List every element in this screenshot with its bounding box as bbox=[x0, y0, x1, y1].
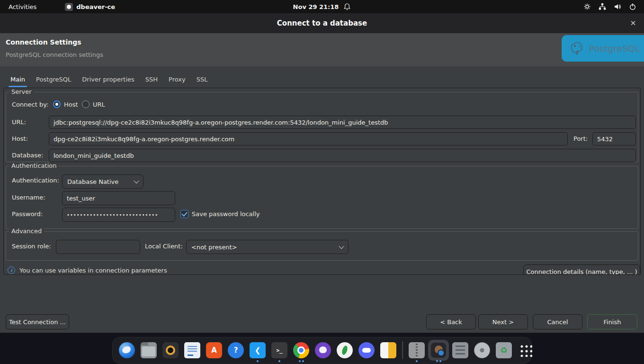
port-label: Port: bbox=[573, 135, 588, 142]
archive-manager-icon[interactable] bbox=[409, 342, 425, 358]
terminal-icon[interactable]: >_ bbox=[271, 342, 287, 358]
finish-button[interactable]: Finish bbox=[587, 314, 637, 329]
chevron-down-icon bbox=[339, 244, 344, 249]
focused-app-menu[interactable]: dbeaver-ce bbox=[65, 3, 115, 11]
url-radio-label[interactable]: URL bbox=[93, 101, 105, 108]
trash-icon[interactable]: ♻ bbox=[496, 342, 512, 358]
vscode-icon[interactable]: ❮ bbox=[250, 342, 266, 358]
gnome-top-bar: Activities dbeaver-ce Nov 29 21:18 bbox=[0, 0, 644, 13]
chevron-down-icon bbox=[134, 178, 139, 183]
postgresql-logo: PostgreSQL bbox=[562, 35, 644, 62]
local-client-select-value: <not present> bbox=[191, 244, 237, 251]
url-label: URL: bbox=[12, 118, 26, 126]
url-input[interactable] bbox=[49, 116, 636, 129]
dock-separator bbox=[402, 341, 403, 359]
postgresql-elephant-icon bbox=[569, 40, 585, 56]
tab-proxy[interactable]: Proxy bbox=[168, 75, 187, 84]
host-radio-label[interactable]: Host bbox=[64, 101, 78, 108]
chrome-icon[interactable] bbox=[293, 342, 309, 358]
save-password-label[interactable]: Save password locally bbox=[192, 210, 260, 218]
connection-details-button[interactable]: Connection details (name, type, ... ) bbox=[523, 264, 640, 275]
host-input[interactable] bbox=[49, 132, 568, 146]
thunderbird-icon[interactable] bbox=[119, 342, 135, 358]
github-desktop-icon[interactable] bbox=[315, 342, 331, 358]
color-profile-icon[interactable] bbox=[583, 3, 591, 10]
advanced-group-legend: Advanced bbox=[9, 228, 44, 235]
connect-dialog: Connection Settings PostgreSQL connectio… bbox=[0, 33, 644, 333]
ubuntu-software-icon[interactable]: A bbox=[206, 342, 222, 358]
volume-icon[interactable] bbox=[614, 3, 621, 10]
page-title: Connection Settings bbox=[6, 38, 81, 46]
info-icon: i bbox=[8, 266, 15, 274]
info-text: You can use variables in connection para… bbox=[19, 267, 167, 274]
files-icon[interactable] bbox=[141, 342, 157, 358]
settings-tabs: Main PostgreSQL Driver properties SSH Pr… bbox=[0, 71, 644, 87]
local-client-label: Local Client: bbox=[145, 243, 183, 250]
tab-driver-properties[interactable]: Driver properties bbox=[81, 75, 135, 84]
advanced-group: Advanced Session role: Local Client: <no… bbox=[6, 231, 638, 261]
tab-ssh[interactable]: SSH bbox=[144, 75, 159, 84]
disk-image-icon[interactable] bbox=[474, 342, 490, 358]
local-client-select[interactable]: <not present> bbox=[186, 240, 349, 254]
info-row: i You can use variables in connection pa… bbox=[8, 266, 167, 274]
session-role-label: Session role: bbox=[12, 243, 51, 250]
dialog-titlebar: Connect to a database ✕ bbox=[0, 13, 644, 33]
host-label: Host: bbox=[12, 135, 28, 142]
diff-tool-icon[interactable] bbox=[380, 342, 396, 358]
dialog-header: Connection Settings PostgreSQL connectio… bbox=[0, 33, 644, 66]
tab-main[interactable]: Main bbox=[9, 75, 26, 84]
tab-ssl[interactable]: SSL bbox=[196, 75, 209, 84]
leaf-app-icon[interactable] bbox=[337, 342, 353, 358]
authentication-group-legend: Authentication bbox=[9, 162, 59, 169]
rhythmbox-icon[interactable] bbox=[162, 342, 179, 358]
desktop-area: A ? ❮ >_ ♻ bbox=[0, 333, 644, 364]
test-connection-button[interactable]: Test Connection ... bbox=[6, 314, 69, 329]
libreoffice-writer-icon[interactable] bbox=[184, 342, 200, 358]
server-group-legend: Server bbox=[9, 88, 34, 95]
next-button[interactable]: Next > bbox=[478, 314, 528, 329]
database-input[interactable] bbox=[49, 149, 636, 162]
url-radio[interactable] bbox=[82, 100, 89, 108]
database-label: Database: bbox=[12, 152, 43, 159]
connect-by-label: Connect by: bbox=[12, 101, 48, 108]
focused-app-name: dbeaver-ce bbox=[76, 3, 115, 10]
server-group: Server Connect by: Host URL URL: Host: P… bbox=[6, 92, 638, 162]
app-grid-icon[interactable] bbox=[518, 342, 534, 358]
dialog-title: Connect to a database bbox=[277, 19, 367, 27]
dock: A ? ❮ >_ ♻ bbox=[112, 337, 532, 364]
session-role-input[interactable] bbox=[56, 240, 140, 254]
clock[interactable]: Nov 29 21:18 bbox=[293, 3, 339, 10]
save-password-checkbox[interactable] bbox=[180, 210, 188, 218]
activities-button[interactable]: Activities bbox=[0, 0, 45, 13]
password-label: Password: bbox=[12, 210, 43, 218]
postgresql-logo-text: PostgreSQL bbox=[589, 44, 640, 54]
host-radio[interactable] bbox=[53, 100, 61, 108]
back-button[interactable]: < Back bbox=[426, 314, 476, 329]
power-icon[interactable] bbox=[629, 3, 636, 10]
boxes-icon[interactable] bbox=[452, 342, 468, 358]
password-input[interactable] bbox=[62, 208, 175, 222]
page-subtitle: PostgreSQL connection settings bbox=[6, 51, 103, 58]
username-label: Username: bbox=[12, 194, 45, 201]
username-input[interactable] bbox=[62, 191, 175, 205]
port-input[interactable] bbox=[592, 132, 636, 146]
close-icon[interactable]: ✕ bbox=[628, 18, 638, 28]
discord-icon[interactable] bbox=[358, 342, 375, 358]
tab-postgresql[interactable]: PostgreSQL bbox=[35, 75, 72, 84]
authentication-group: Authentication Authentication: Database … bbox=[6, 166, 638, 229]
help-icon[interactable]: ? bbox=[228, 342, 244, 358]
authentication-label: Authentication: bbox=[12, 177, 59, 184]
dbeaver-app-icon bbox=[65, 3, 73, 11]
main-tab-panel: Server Connect by: Host URL URL: Host: P… bbox=[3, 88, 641, 275]
cancel-button[interactable]: Cancel bbox=[533, 314, 582, 329]
authentication-select[interactable]: Database Native bbox=[62, 174, 143, 189]
connection-details-label: Connection details (name, type, ... ) bbox=[526, 268, 637, 275]
authentication-select-value: Database Native bbox=[67, 178, 118, 185]
dbeaver-dock-icon[interactable] bbox=[430, 342, 447, 358]
notification-bell-icon[interactable] bbox=[343, 3, 351, 10]
network-icon[interactable] bbox=[599, 3, 606, 10]
